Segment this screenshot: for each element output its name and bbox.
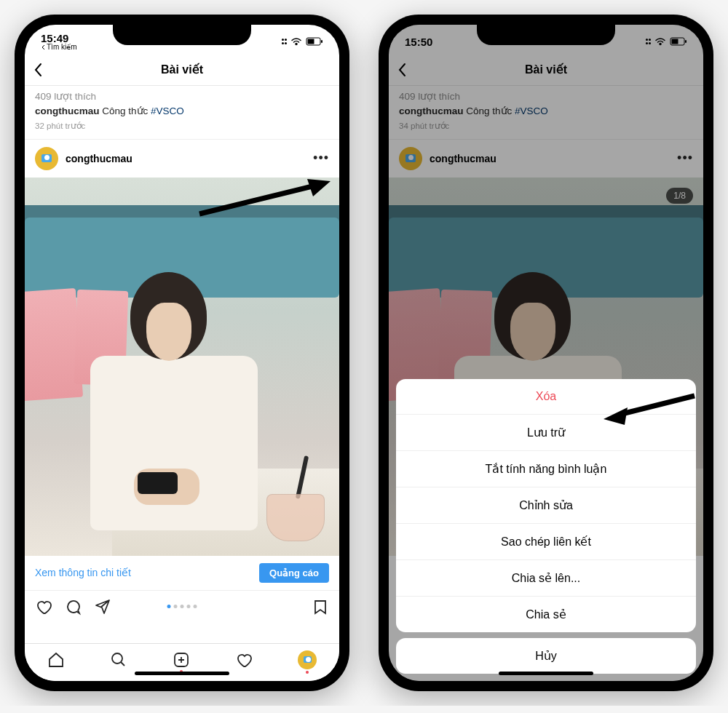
notch — [113, 25, 251, 45]
screen: 15:49 Tìm kiếm Bài viết — [25, 25, 339, 681]
post-header: congthucmau ••• — [25, 140, 339, 178]
signal-icon — [282, 39, 288, 44]
promo-bar: Xem thông tin chi tiết Quảng cáo — [25, 556, 339, 591]
tab-home-icon[interactable] — [47, 651, 65, 669]
prev-caption-text: Công thức — [102, 105, 148, 116]
post-username[interactable]: congthucmau — [66, 153, 306, 164]
back-button[interactable] — [33, 63, 42, 77]
status-time: 15:49 — [41, 33, 77, 44]
bookmark-icon[interactable] — [312, 598, 329, 616]
action-sheet: Xóa Lưu trữ Tắt tính năng bình luận Chỉn… — [396, 379, 696, 674]
previous-post-snippet: 409 lượt thích congthucmau Công thức #VS… — [25, 86, 339, 140]
promote-button[interactable]: Quảng cáo — [259, 563, 329, 583]
action-bar — [25, 591, 339, 620]
tab-new-post-icon[interactable] — [173, 651, 190, 669]
sheet-item-delete[interactable]: Xóa — [396, 379, 696, 415]
svg-rect-1 — [308, 39, 314, 44]
sheet-item-archive[interactable]: Lưu trữ — [396, 415, 696, 451]
home-indicator[interactable] — [135, 672, 229, 675]
action-sheet-group: Xóa Lưu trữ Tắt tính năng bình luận Chỉn… — [396, 379, 696, 632]
insights-link[interactable]: Xem thông tin chi tiết — [35, 567, 131, 578]
prev-username[interactable]: congthucmau — [35, 105, 100, 116]
comment-icon[interactable] — [64, 598, 82, 616]
sheet-item-share[interactable]: Chia sẻ — [396, 597, 696, 632]
tab-search-icon[interactable] — [110, 651, 127, 669]
sheet-item-copy-link[interactable]: Sao chép liên kết — [396, 524, 696, 560]
status-back-to-search[interactable]: Tìm kiếm — [41, 44, 77, 51]
home-indicator[interactable] — [499, 672, 593, 675]
sheet-cancel-button[interactable]: Hủy — [396, 638, 696, 674]
likes-count: 409 lượt thích — [35, 90, 329, 104]
post-image[interactable] — [25, 178, 339, 556]
sheet-item-edit[interactable]: Chỉnh sửa — [396, 487, 696, 524]
status-back-label: Tìm kiếm — [47, 44, 77, 51]
phone-right: 15:50 Bài viết 409 lượt thích congthucma — [379, 15, 713, 691]
more-options-button[interactable]: ••• — [313, 151, 329, 166]
page-title: Bài viết — [161, 63, 203, 76]
avatar[interactable] — [35, 147, 58, 170]
sheet-item-disable-comments[interactable]: Tắt tính năng bình luận — [396, 451, 696, 487]
tab-activity-icon[interactable] — [235, 651, 253, 669]
svg-point-3 — [112, 653, 122, 664]
bottom-tabs — [25, 643, 339, 681]
battery-icon — [306, 37, 323, 46]
notch — [477, 25, 615, 45]
share-icon[interactable] — [93, 598, 111, 616]
tab-profile-icon[interactable] — [298, 650, 317, 669]
like-icon[interactable] — [35, 598, 52, 616]
phone-left: 15:49 Tìm kiếm Bài viết — [15, 15, 349, 691]
carousel-dots — [167, 605, 197, 608]
hashtag-link[interactable]: #VSCO — [151, 105, 184, 116]
wifi-icon — [290, 37, 302, 46]
status-right — [282, 37, 324, 46]
screen: 15:50 Bài viết 409 lượt thích congthucma — [389, 25, 703, 681]
svg-rect-2 — [321, 40, 323, 43]
sheet-item-share-to[interactable]: Chia sẻ lên... — [396, 560, 696, 597]
prev-time: 32 phút trước — [35, 120, 329, 132]
nav-header: Bài viết — [25, 54, 339, 86]
